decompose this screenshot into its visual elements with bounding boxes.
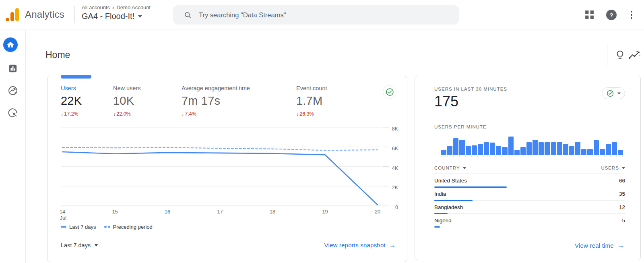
country-users-value: 12 <box>619 204 625 210</box>
down-arrow-icon: ↓ <box>182 111 184 117</box>
insights-lightbulb-icon[interactable] <box>615 49 625 60</box>
nav-advertising[interactable] <box>6 106 20 120</box>
trending-sparkle-icon[interactable] <box>628 50 641 60</box>
breadcrumb: All accounts › Demo Account <box>82 4 151 10</box>
column-label: COUNTRY <box>434 166 460 170</box>
country-name: United States <box>434 178 467 184</box>
minute-bar <box>581 149 586 155</box>
breadcrumb-account[interactable]: Demo Account <box>116 4 151 10</box>
account-switcher[interactable]: All accounts › Demo Account GA4 - Flood-… <box>82 4 151 21</box>
svg-text:16: 16 <box>165 209 170 215</box>
svg-text:18: 18 <box>270 209 275 215</box>
minute-bar <box>472 145 477 155</box>
logo-dot <box>6 18 9 21</box>
check-circle-icon <box>606 89 614 97</box>
svg-text:19: 19 <box>322 209 328 215</box>
svg-text:6K: 6K <box>392 146 398 151</box>
search-bar[interactable] <box>173 5 459 25</box>
search-icon <box>184 11 192 19</box>
property-name: GA4 - Flood-It! <box>82 12 134 21</box>
country-users-value: 35 <box>619 191 625 197</box>
date-range-selector[interactable]: Last 7 days <box>61 242 98 249</box>
view-real-time-link[interactable]: View real time → <box>575 242 624 249</box>
realtime-status-dropdown[interactable] <box>602 87 625 99</box>
minute-bar <box>563 144 568 155</box>
sort-caret-icon <box>622 167 625 169</box>
chevron-right-icon: › <box>112 4 114 10</box>
minute-bar <box>520 147 526 155</box>
users-column-sort[interactable]: USERS <box>601 166 625 170</box>
nav-reports[interactable] <box>6 61 20 76</box>
metric-change-percent: 22.0% <box>116 111 130 117</box>
metric-change-percent: 17.2% <box>64 111 78 117</box>
nav-rail <box>0 30 26 263</box>
svg-text:17: 17 <box>217 209 223 215</box>
search-input[interactable] <box>199 11 432 19</box>
country-row: Bangladesh 12 <box>434 201 625 214</box>
link-label: View real time <box>575 242 614 249</box>
minute-bar <box>618 150 623 155</box>
check-circle-icon <box>385 87 394 97</box>
solid-line-swatch-icon <box>61 226 66 228</box>
metric-tab[interactable]: Average engagement time 7m 17s ↓ 7.4% <box>182 85 296 117</box>
metric-change: ↓ 26.3% <box>296 111 377 117</box>
metric-value: 22K <box>61 94 113 108</box>
svg-text:15: 15 <box>112 209 118 215</box>
bar-chart-icon <box>8 63 18 74</box>
home-icon <box>6 41 14 49</box>
logo-bar-tall <box>15 8 19 21</box>
down-arrow-icon: ↓ <box>296 111 299 117</box>
top-bar: Analytics All accounts › Demo Account GA… <box>0 0 644 29</box>
chevron-down-icon <box>138 15 142 18</box>
country-name: Bangladesh <box>434 204 463 210</box>
overflow-menu-icon[interactable] <box>628 10 635 20</box>
minute-bar <box>545 142 550 155</box>
country-name: India <box>434 191 446 197</box>
chevron-down-icon <box>617 92 621 94</box>
minute-bar <box>600 149 605 155</box>
metric-change: ↓ 22.0% <box>113 111 182 117</box>
breadcrumb-all-accounts[interactable]: All accounts <box>82 4 110 10</box>
realtime-title: USERS IN LAST 30 MINUTES <box>434 87 507 91</box>
view-reports-snapshot-link[interactable]: View reports snapshot → <box>324 242 396 249</box>
nav-explore[interactable] <box>6 83 20 98</box>
arrow-right-icon: → <box>617 242 624 249</box>
topbar-divider <box>74 6 75 23</box>
summary-card: Users 22K ↓ 17.2% New users 10K ↓ 22.0% … <box>47 76 407 262</box>
logo-bar-mid <box>10 12 14 21</box>
help-glyph: ? <box>609 12 613 19</box>
header-divider <box>607 43 607 66</box>
down-arrow-icon: ↓ <box>61 111 63 117</box>
minute-bar <box>502 147 507 155</box>
metric-tab[interactable]: New users 10K ↓ 22.0% <box>113 85 182 117</box>
carousel-tab-indicator[interactable] <box>61 75 91 79</box>
metric-tab[interactable]: Users 22K ↓ 17.2% <box>61 85 113 117</box>
minute-bar <box>533 140 538 155</box>
country-row: India 35 <box>434 187 625 201</box>
minute-bar <box>606 144 611 155</box>
grid-apps-icon[interactable] <box>584 10 594 20</box>
minute-bar <box>514 150 520 155</box>
users-last-30-min-value: 175 <box>434 93 458 110</box>
property-selector[interactable]: GA4 - Flood-It! <box>82 12 151 21</box>
country-table-body: United States 66 India 35 Bangladesh 12 … <box>434 174 625 227</box>
metric-tab[interactable]: Event count 1.7M ↓ 26.3% <box>296 85 377 117</box>
country-column-sort[interactable]: COUNTRY <box>434 166 466 170</box>
analytics-logo-icon[interactable] <box>6 8 20 22</box>
country-row: United States 66 <box>434 174 625 187</box>
users-line-chart: 8K6K4K2K014151617181920Jul <box>47 120 408 223</box>
minute-bar <box>594 140 599 155</box>
page-title: Home <box>45 50 70 60</box>
country-table: COUNTRY USERS United States 66 India 35 … <box>434 162 625 227</box>
down-arrow-icon: ↓ <box>113 111 116 117</box>
help-icon[interactable]: ? <box>606 10 617 20</box>
svg-text:0: 0 <box>395 205 398 210</box>
svg-text:14: 14 <box>60 209 65 215</box>
minute-bar <box>453 138 458 155</box>
chart-legend: Last 7 days Preceding period <box>61 224 153 230</box>
nav-home[interactable] <box>3 37 18 52</box>
metric-status-button[interactable] <box>383 85 396 99</box>
metric-label: Average engagement time <box>182 85 296 91</box>
minute-axis-ticks <box>441 155 623 157</box>
legend-label: Last 7 days <box>69 224 96 230</box>
